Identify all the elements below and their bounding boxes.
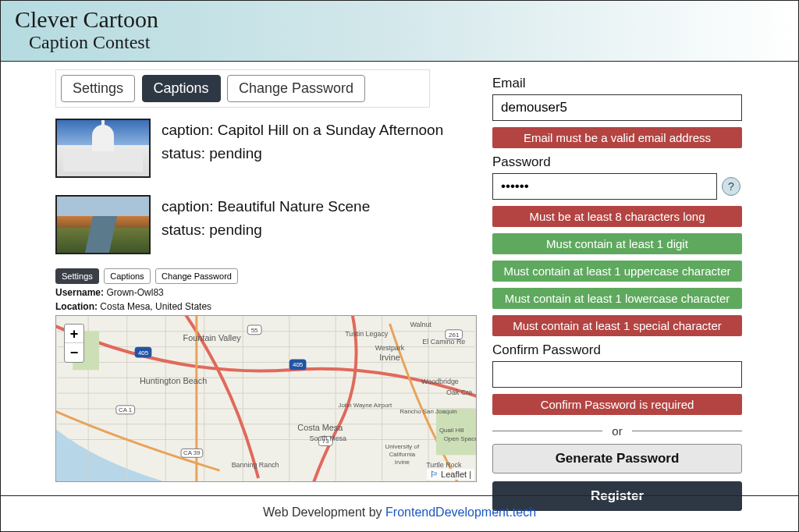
caption-value: Beautiful Nature Scene [218,198,370,215]
status-value: pending [209,222,262,238]
username-value: Grown-Owl83 [106,287,163,298]
location-label: Location: [55,301,98,312]
capitol-building-icon [63,151,143,172]
confirm-password-input[interactable] [492,361,742,388]
map-attribution: 🏳 Leaflet | [427,469,474,480]
pw-rule-length: Must be at least 8 characters long [492,206,742,227]
svg-text:55: 55 [251,326,258,333]
location-value: Costa Mesa, United States [100,301,211,312]
tab-settings[interactable]: Settings [61,75,135,102]
minitab-settings[interactable]: Settings [55,268,99,284]
profile-username: Username: Grown-Owl83 [55,287,477,298]
email-label: Email [492,76,742,91]
pw-rule-lower: Must contain at least 1 lowercase charac… [492,288,742,309]
svg-text:Turtle Rock: Turtle Rock [426,461,462,469]
footer-link[interactable]: FrontendDevelopment.tech [385,505,536,519]
password-label: Password [492,154,742,170]
caption-entry: caption: Capitol Hill on a Sunday Aftern… [55,119,477,178]
svg-text:405: 405 [293,361,304,368]
svg-text:Tustin Legacy: Tustin Legacy [345,329,389,337]
svg-text:Westpark: Westpark [375,343,405,351]
password-help-icon[interactable]: ? [722,177,740,196]
svg-text:Walnut: Walnut [410,320,431,328]
svg-text:Oak Cre: Oak Cre [446,388,472,396]
svg-text:CA 1: CA 1 [119,406,133,413]
page-footer: Web Development by FrontendDevelopment.t… [0,495,799,520]
minitab-captions[interactable]: Captions [104,268,150,284]
footer-prefix: Web Development by [263,505,385,519]
confirm-password-error: Confirm Password is required [492,394,742,415]
location-map[interactable]: CA 1 CA 39 405 405 73 55 261 Fountain Va… [55,315,477,482]
caption-value: Capitol Hill on a Sunday Afternoon [218,122,443,138]
divider-label: or [612,424,622,438]
divider-or: or [492,424,742,438]
pw-rule-digit: Must contain at least 1 digit [492,233,742,254]
username-label: Username: [55,287,104,298]
svg-text:CA 39: CA 39 [183,449,201,456]
map-zoom-controls: + − [64,324,84,363]
caption-text-block: caption: Capitol Hill on a Sunday Aftern… [162,119,443,178]
capitol-dome-icon [92,125,114,153]
pw-rule-special: Must contain at least 1 special characte… [492,315,742,336]
email-error: Email must be a valid email address [492,127,742,148]
pw-rule-upper: Must contain at least 1 uppercase charac… [492,261,742,282]
status-label: status: [162,222,205,238]
svg-text:El Camino Re: El Camino Re [422,337,465,345]
tab-change-password[interactable]: Change Password [227,75,365,102]
caption-thumbnail [55,195,151,254]
caption-label: caption: [162,198,214,215]
mini-tabs: Settings Captions Change Password [55,268,477,284]
svg-text:Irvine: Irvine [395,459,410,466]
svg-text:Costa Mesa: Costa Mesa [297,422,343,431]
caption-thumbnail [55,119,151,178]
svg-text:405: 405 [138,349,149,356]
svg-text:Huntington Beach: Huntington Beach [140,376,207,385]
caption-label: caption: [162,122,214,138]
app-subtitle: Caption Contest [15,32,784,53]
zoom-out-button[interactable]: − [65,343,83,362]
main-tabs: Settings Captions Change Password [55,69,430,108]
svg-text:California: California [389,451,416,458]
profile-location: Location: Costa Mesa, United States [55,301,477,312]
minitab-change-password[interactable]: Change Password [155,268,238,284]
confirm-password-label: Confirm Password [492,342,742,358]
svg-text:Rancho San Joaquin: Rancho San Joaquin [400,407,456,414]
status-label: status: [162,145,205,161]
caption-entry: caption: Beautiful Nature Scene status: … [55,195,477,254]
svg-text:University of: University of [385,443,420,450]
password-input[interactable] [492,173,717,200]
svg-text:John Wayne Airport: John Wayne Airport [338,401,392,408]
zoom-in-button[interactable]: + [65,325,83,343]
status-value: pending [209,145,262,161]
leaflet-label: Leaflet [441,470,467,479]
svg-text:Woodbridge: Woodbridge [421,378,459,385]
svg-text:Open Space: Open Space [444,435,476,442]
svg-text:Banning Ranch: Banning Ranch [232,461,279,469]
caption-text-block: caption: Beautiful Nature Scene status: … [162,195,370,254]
leaflet-flag-icon: 🏳 [430,470,439,479]
tab-captions[interactable]: Captions [142,75,221,102]
river-icon [85,216,117,253]
generate-password-button[interactable]: Generate Password [492,444,742,473]
svg-text:Fountain Valley: Fountain Valley [183,332,242,342]
svg-text:South Mesa: South Mesa [309,434,346,442]
svg-text:Quail Hill: Quail Hill [439,426,464,433]
app-title: Clever Cartoon [15,7,784,32]
svg-text:Irvine: Irvine [379,353,400,362]
email-input[interactable] [492,94,742,121]
app-header: Clever Cartoon Caption Contest [1,1,798,62]
